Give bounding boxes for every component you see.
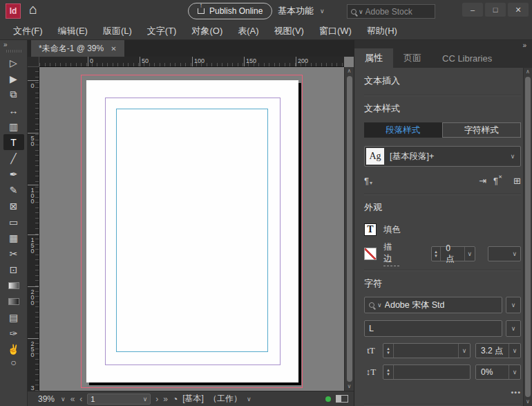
ruler-origin-box[interactable]: [28, 57, 39, 67]
stepper-down-icon[interactable]: ▾: [435, 254, 437, 258]
type-tool[interactable]: T: [3, 134, 24, 150]
font-style-dropdown[interactable]: L: [364, 320, 502, 337]
scrollbar-thumb[interactable]: [525, 77, 531, 397]
document-tab-close-icon[interactable]: ✕: [111, 45, 116, 53]
previous-page-button[interactable]: ‹: [79, 394, 82, 404]
stroke-none-swatch[interactable]: [364, 248, 377, 260]
spread-view-icon[interactable]: [336, 395, 348, 403]
eyedropper-tool[interactable]: ✑: [3, 325, 24, 341]
scissors-tool[interactable]: ✂: [3, 246, 24, 261]
canvas-vertical-scrollbar[interactable]: ∧ ∨: [344, 67, 354, 391]
gap-tool[interactable]: ↔: [3, 102, 24, 118]
font-family-expand-button[interactable]: ∨: [506, 297, 521, 313]
rectangle-tool[interactable]: ▭: [3, 214, 24, 230]
stroke-label[interactable]: 描边: [383, 241, 399, 266]
close-button[interactable]: ✕: [508, 3, 529, 17]
fill-label[interactable]: 填色: [383, 224, 401, 236]
note-tool-icon: ▤: [9, 312, 18, 323]
scrollbar-thumb[interactable]: [347, 76, 352, 382]
workspace-switcher[interactable]: 基本功能 ∨: [278, 5, 325, 17]
content-collector-tool[interactable]: ▥: [3, 118, 24, 134]
stroke-weight-stepper[interactable]: ▴ ▾: [432, 247, 441, 261]
character-more-options-icon[interactable]: •••: [364, 388, 521, 396]
maximize-button[interactable]: □: [485, 3, 506, 17]
font-size-field[interactable]: ▴ ▾ ∨: [383, 343, 471, 358]
note-tool[interactable]: ▤: [3, 309, 24, 325]
tools-drag-handle[interactable]: [6, 50, 21, 53]
font-family-dropdown[interactable]: ∨ Adobe 宋体 Std: [364, 297, 502, 313]
preflight-icon[interactable]: ◔: [173, 394, 178, 404]
pencil-tool[interactable]: ✎: [3, 182, 24, 198]
gradient-swatch-tool[interactable]: [3, 277, 24, 293]
stepper-down-icon[interactable]: ▾: [387, 351, 390, 355]
menu-object[interactable]: 对象(O): [184, 25, 230, 37]
stock-search-box[interactable]: ∨: [347, 4, 435, 19]
stroke-weight-field[interactable]: ▴ ▾ 0 点 ∨: [431, 246, 475, 261]
leading-field[interactable]: 3.2 点 ∨: [475, 343, 521, 358]
stroke-type-dropdown[interactable]: ∨: [488, 246, 521, 261]
gradient-feather-tool[interactable]: [3, 293, 24, 309]
stock-search-input[interactable]: [365, 7, 431, 17]
page-number-input[interactable]: [91, 395, 142, 403]
tab-pages[interactable]: 页面: [393, 48, 432, 68]
home-icon[interactable]: ⌂: [29, 1, 37, 17]
direct-selection-tool[interactable]: ▶: [3, 71, 24, 86]
panel-collapse-icon[interactable]: »: [522, 41, 526, 49]
scroll-down-icon[interactable]: ∨: [348, 383, 352, 390]
next-page-button[interactable]: ›: [155, 394, 158, 404]
selection-tool[interactable]: ▷: [3, 55, 24, 71]
page-number-field[interactable]: ∨: [87, 394, 151, 405]
minimize-button[interactable]: –: [462, 3, 483, 17]
tab-properties[interactable]: 属性: [354, 48, 393, 68]
paragraph-style-dropdown[interactable]: Ag [基本段落]+ ∨: [364, 146, 521, 167]
font-size-stepper[interactable]: ▴ ▾: [383, 344, 394, 358]
menu-window[interactable]: 窗口(W): [312, 25, 359, 37]
horizontal-ruler[interactable]: 0 50 100 150 200: [39, 57, 344, 67]
hand-tool[interactable]: ✌: [3, 341, 24, 357]
last-page-button[interactable]: »: [163, 394, 168, 404]
grid-tool[interactable]: ▦: [3, 230, 24, 246]
scroll-up-icon[interactable]: ∧: [526, 68, 530, 75]
kerning-field[interactable]: ▴ ▾: [383, 365, 471, 380]
menu-edit[interactable]: 编辑(E): [50, 25, 95, 37]
menu-table[interactable]: 表(A): [230, 25, 266, 37]
scroll-down-icon[interactable]: ∨: [526, 398, 530, 405]
publish-online-button[interactable]: ↑ Publish Online: [188, 3, 272, 19]
first-page-button[interactable]: «: [70, 394, 75, 404]
kerning-stepper[interactable]: ▴ ▾: [383, 365, 394, 379]
zoom-level-dropdown[interactable]: 39% ∨: [38, 394, 66, 404]
pen-tool[interactable]: ✒: [3, 166, 24, 182]
zoom-tool[interactable]: ○: [3, 357, 24, 367]
stepper-down-icon[interactable]: ▾: [387, 372, 390, 376]
preflight-workspace[interactable]: （工作）: [209, 393, 242, 405]
tab-cc-libraries[interactable]: CC Libraries: [432, 48, 502, 68]
scroll-up-icon[interactable]: ∧: [348, 68, 352, 75]
preflight-profile[interactable]: [基本]: [182, 393, 204, 405]
pasteboard[interactable]: [39, 67, 344, 391]
tools-collapse-icon[interactable]: »: [0, 41, 8, 48]
font-style-expand-button[interactable]: ∨: [506, 320, 521, 337]
document-tab[interactable]: *未命名-1 @ 39% ✕: [31, 40, 124, 57]
clear-overrides-button[interactable]: ¶ ✕: [493, 176, 498, 186]
character-styles-tab[interactable]: 字符样式: [442, 122, 522, 138]
panel-scrollbar[interactable]: ∧ ∨: [523, 68, 532, 406]
free-transform-tool[interactable]: ⊡: [3, 261, 24, 277]
redefine-style-icon[interactable]: ⇥: [479, 176, 486, 186]
menu-help[interactable]: 帮助(H): [359, 25, 405, 37]
rectangle-frame-tool[interactable]: ⊠: [3, 198, 24, 214]
chevron-down-icon: ∨: [509, 365, 520, 379]
line-tool[interactable]: ╱: [3, 150, 24, 166]
new-style-icon[interactable]: ⊞: [513, 176, 521, 186]
text-frame[interactable]: [116, 109, 268, 352]
fill-color-swatch[interactable]: T: [364, 223, 377, 236]
menu-file[interactable]: 文件(F): [6, 25, 50, 37]
vertical-ruler[interactable]: 0 50 100 150 200 250 3: [28, 67, 39, 391]
paragraph-marks-button[interactable]: ¶ ▾: [364, 176, 372, 186]
page-tool[interactable]: ⧉: [3, 86, 24, 102]
tracking-field[interactable]: 0% ∨: [475, 365, 521, 380]
paragraph-styles-tab[interactable]: 段落样式: [364, 122, 442, 138]
menu-type[interactable]: 文字(T): [140, 25, 184, 37]
menu-layout[interactable]: 版面(L): [95, 25, 140, 37]
gap-tool-icon: ↔: [9, 105, 19, 116]
menu-view[interactable]: 视图(V): [267, 25, 312, 37]
